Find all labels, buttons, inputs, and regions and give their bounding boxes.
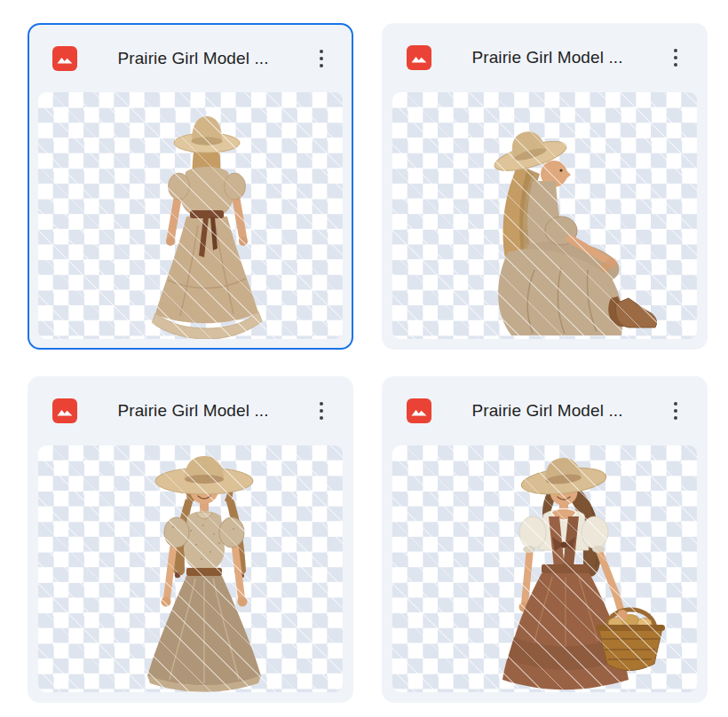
file-card-header: Prairie Girl Model ... bbox=[29, 25, 352, 92]
image-file-icon bbox=[407, 398, 431, 423]
file-card[interactable]: Prairie Girl Model ... bbox=[28, 23, 353, 350]
image-preview[interactable] bbox=[392, 445, 697, 692]
file-title: Prairie Girl Model ... bbox=[431, 48, 663, 67]
image-preview[interactable] bbox=[38, 92, 343, 339]
more-options-icon[interactable] bbox=[663, 45, 688, 70]
more-options-icon[interactable] bbox=[663, 398, 688, 423]
prairie-girl-seated-profile-image bbox=[392, 92, 697, 339]
prairie-girl-with-basket-image bbox=[392, 445, 697, 692]
file-card[interactable]: Prairie Girl Model ... bbox=[28, 376, 353, 703]
image-preview[interactable] bbox=[392, 92, 697, 339]
more-options-icon[interactable] bbox=[309, 398, 334, 423]
file-card-header: Prairie Girl Model ... bbox=[382, 376, 708, 445]
image-file-icon bbox=[52, 398, 77, 423]
image-file-icon bbox=[407, 45, 431, 70]
prairie-girl-back-view-image bbox=[38, 92, 343, 339]
file-title: Prairie Girl Model ... bbox=[431, 401, 663, 421]
prairie-girl-front-standing-image bbox=[38, 445, 343, 692]
file-title: Prairie Girl Model ... bbox=[77, 401, 309, 421]
file-title: Prairie Girl Model ... bbox=[77, 49, 309, 68]
file-card-grid: Prairie Girl Model ... bbox=[28, 23, 708, 703]
image-file-icon bbox=[52, 46, 77, 71]
file-card[interactable]: Prairie Girl Model ... bbox=[382, 23, 708, 350]
more-options-icon[interactable] bbox=[309, 46, 334, 71]
file-card-header: Prairie Girl Model ... bbox=[28, 376, 353, 445]
file-card-header: Prairie Girl Model ... bbox=[382, 23, 708, 92]
image-preview[interactable] bbox=[38, 445, 343, 692]
file-card[interactable]: Prairie Girl Model ... bbox=[382, 376, 708, 703]
